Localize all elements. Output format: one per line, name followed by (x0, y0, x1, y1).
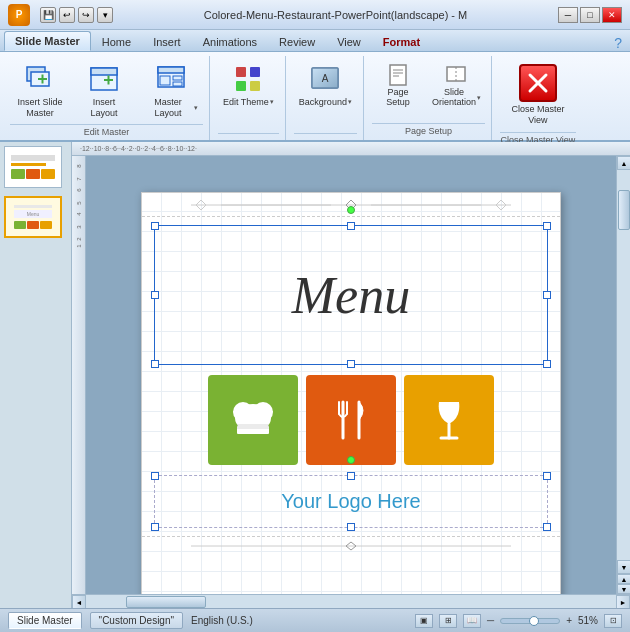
logo-handle-tr[interactable] (543, 472, 551, 480)
theme-group-label (218, 133, 279, 136)
slide-panel: 1 2 Menu (0, 142, 72, 608)
background-icon: A (309, 63, 341, 95)
zoom-slider[interactable] (500, 618, 560, 624)
tab-insert[interactable]: Insert (142, 32, 192, 51)
handle-bot-mid[interactable] (347, 360, 355, 368)
scroll-corner-up[interactable]: ▲ (617, 574, 630, 584)
scroll-thumb-horizontal[interactable] (126, 596, 206, 608)
logo-handle-tl[interactable] (151, 472, 159, 480)
quick-access-toolbar: 💾 ↩ ↪ ▾ (40, 7, 113, 23)
background-button[interactable]: A Background ▾ (294, 60, 357, 111)
slide-orientation-label: Slide Orientation (432, 88, 476, 108)
app-logo: P (8, 4, 30, 26)
minimize-button[interactable]: ─ (558, 7, 578, 23)
status-tab-custom-design[interactable]: "Custom Design" (90, 612, 183, 629)
zoom-in-button[interactable]: + (566, 615, 572, 626)
tab-review[interactable]: Review (268, 32, 326, 51)
handle-top-mid[interactable] (347, 222, 355, 230)
redo-button[interactable]: ↪ (78, 7, 94, 23)
scroll-corner-down[interactable]: ▼ (617, 584, 630, 594)
logo-handle-bm[interactable] (347, 523, 355, 531)
insert-layout-button[interactable]: Insert Layout (74, 60, 134, 122)
ribbon-group-close-master: Close Master View Close Master View (494, 56, 582, 140)
page-setup-button[interactable]: Page Setup (372, 60, 424, 111)
master-layout-button[interactable]: Master Layout ▾ (138, 60, 203, 122)
ribbon-group-edit-master: Insert Slide Master Insert Layout (4, 56, 210, 140)
slide-scroll-area[interactable]: Menu (86, 156, 616, 594)
wine-glass-icon-box (404, 375, 494, 465)
handle-mid-left[interactable] (151, 291, 159, 299)
scroll-left-button[interactable]: ◄ (72, 595, 86, 608)
close-master-view-button[interactable]: Close Master View (500, 60, 576, 130)
svg-point-36 (253, 402, 273, 422)
svg-rect-9 (158, 67, 184, 73)
ribbon: Insert Slide Master Insert Layout (0, 52, 630, 142)
close-button[interactable]: ✕ (602, 7, 622, 23)
canvas-content: 123 45 67 8 (72, 156, 630, 594)
handle-bot-right[interactable] (543, 360, 551, 368)
edit-theme-button[interactable]: Edit Theme ▾ (218, 60, 279, 111)
tab-view[interactable]: View (326, 32, 372, 51)
logo-rotation-handle[interactable] (347, 456, 355, 464)
scroll-right-button[interactable]: ► (616, 595, 630, 608)
page-setup-icon (386, 63, 410, 87)
tab-home[interactable]: Home (91, 32, 142, 51)
rotation-handle[interactable] (347, 206, 355, 214)
ribbon-group-theme: Edit Theme ▾ (212, 56, 286, 140)
reading-view-button[interactable]: 📖 (463, 614, 481, 628)
slide-1-thumb[interactable] (4, 146, 62, 188)
svg-point-35 (233, 402, 253, 422)
scroll-track-horizontal (86, 595, 616, 608)
theme-buttons: Edit Theme ▾ (218, 56, 279, 131)
scroll-thumb-vertical[interactable] (618, 190, 630, 230)
logo-handle-tm[interactable] (347, 472, 355, 480)
tab-animations[interactable]: Animations (192, 32, 268, 51)
tab-format[interactable]: Format (372, 32, 431, 51)
title-bar: P 💾 ↩ ↪ ▾ Colored-Menu-Restaurant-PowerP… (0, 0, 630, 30)
ribbon-help-icon[interactable]: ? (614, 35, 622, 51)
slide-logo-area[interactable]: Your Logo Here (154, 475, 548, 528)
background-group-label (294, 133, 357, 136)
zoom-level: 51% (578, 615, 598, 626)
svg-rect-16 (250, 81, 260, 91)
status-tab-slide-master[interactable]: Slide Master (8, 612, 82, 629)
undo-button[interactable]: ↩ (59, 7, 75, 23)
close-master-buttons: Close Master View (500, 56, 576, 130)
canvas-area: ·12· ·10··8··6··4··2· ·0··2··4··6··8· ·1… (72, 142, 630, 608)
insert-layout-icon (88, 63, 120, 95)
normal-view-button[interactable]: ▣ (415, 614, 433, 628)
master-layout-icon (155, 63, 187, 95)
handle-mid-right[interactable] (543, 291, 551, 299)
master-layout-arrow: ▾ (194, 104, 198, 112)
zoom-out-button[interactable]: ─ (487, 615, 494, 626)
handle-top-left[interactable] (151, 222, 159, 230)
ruler-vertical: 123 45 67 8 (72, 156, 86, 594)
page-setup-buttons: Page Setup Slide Orientation ▾ (372, 56, 485, 121)
slide-orientation-button[interactable]: Slide Orientation ▾ (428, 60, 485, 111)
slide-orientation-icon (444, 63, 468, 87)
zoom-thumb[interactable] (529, 616, 539, 626)
handle-bot-left[interactable] (151, 360, 159, 368)
slide-2-thumb[interactable]: Menu (4, 196, 62, 238)
more-button[interactable]: ▾ (97, 7, 113, 23)
tab-slide-master[interactable]: Slide Master (4, 31, 91, 51)
scroll-up-button[interactable]: ▲ (617, 156, 630, 170)
logo-handle-br[interactable] (543, 523, 551, 531)
save-button[interactable]: 💾 (40, 7, 56, 23)
svg-text:A: A (322, 73, 329, 84)
scrollbar-vertical: ▲ ▼ ▲ ▼ (616, 156, 630, 594)
insert-slide-master-button[interactable]: Insert Slide Master (10, 60, 70, 122)
logo-handle-bl[interactable] (151, 523, 159, 531)
slide-2-container: 2 Menu (4, 196, 67, 238)
fit-window-button[interactable]: ⊡ (604, 614, 622, 628)
slide-title-area[interactable]: Menu (154, 225, 548, 365)
ribbon-group-page-setup: Page Setup Slide Orientation ▾ Page Setu… (366, 56, 492, 140)
scroll-down-button[interactable]: ▼ (617, 560, 630, 574)
maximize-button[interactable]: □ (580, 7, 600, 23)
svg-rect-14 (250, 67, 260, 77)
slide-sorter-button[interactable]: ⊞ (439, 614, 457, 628)
handle-top-right[interactable] (543, 222, 551, 230)
insert-slide-master-icon (24, 63, 56, 95)
ribbon-tabs: Slide Master Home Insert Animations Revi… (0, 30, 630, 52)
master-layout-label: Master Layout (143, 97, 193, 119)
